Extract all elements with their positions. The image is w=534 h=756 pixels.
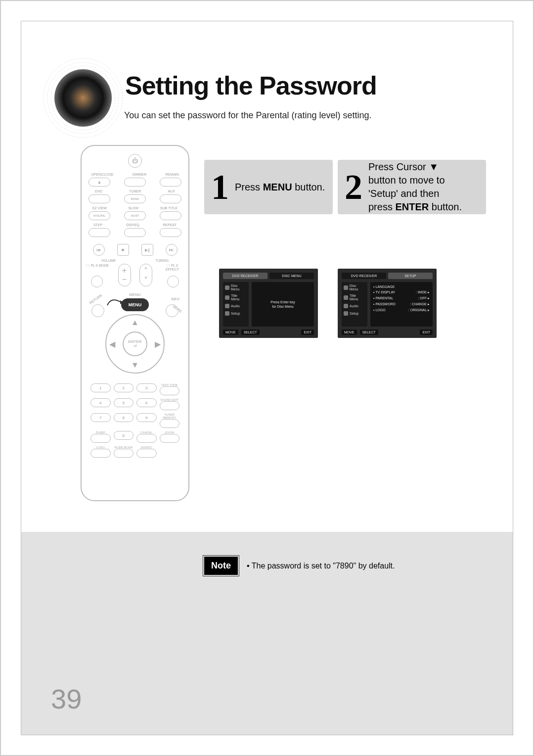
step-2: 2 Press Cursor ▼ button to move to 'Setu… [338, 160, 486, 214]
subtitle-button [160, 211, 181, 220]
label-digest: DIGEST [136, 446, 157, 449]
step-1-text: Press MENU button. [235, 181, 325, 194]
disc-icon [225, 285, 229, 290]
label-aux: AUX [168, 189, 175, 193]
svg-point-0 [54, 69, 112, 127]
osd2-setup-list: • LANGUAGE • TV DISPLAY: WIDE ▸ • PARENT… [370, 282, 433, 327]
step-2-text: Press Cursor ▼ button to move to 'Setup'… [368, 160, 462, 214]
key-8: 8 [114, 413, 134, 422]
label-tuning: TUNING [155, 259, 169, 262]
digest-button [136, 449, 157, 458]
key-7: 7 [90, 413, 111, 422]
repeat-button [160, 228, 181, 237]
osd1-main: Press Enter key for Disc Menu [252, 282, 314, 327]
key-1: 1 [90, 383, 111, 392]
label-slow: SLOW [128, 206, 138, 210]
label-dvd: DVD [95, 189, 102, 193]
step-2-number: 2 [345, 169, 362, 205]
pl2effect-button [167, 276, 179, 287]
label-info: INFO [171, 297, 179, 301]
testtone-button [160, 386, 180, 395]
eject-button: ▲ [89, 178, 110, 187]
enter-button: ENTER ⏎ [123, 331, 147, 356]
prev-button: ⏮ [93, 244, 105, 256]
osd1-sidebar: Disc Menu Title Menu Audio Setup [223, 282, 249, 327]
menu-button: MENU [121, 298, 149, 311]
step-button [89, 228, 110, 237]
label-menu: MENU [129, 292, 141, 297]
label-cancel: CANCEL [136, 431, 157, 434]
title-icon [344, 295, 348, 300]
menu-callout-arrow [106, 295, 125, 314]
osd1-foot-exit: EXIT [301, 330, 314, 335]
label-repeat: REPEAT [163, 223, 177, 227]
label-testtone: TEST TONE [160, 383, 180, 386]
dimmer-button [124, 178, 146, 187]
tunermem-button [160, 419, 180, 428]
power-button: ⏻ [128, 154, 142, 168]
osd2-tab-left: DVD RECEIVER [342, 273, 386, 279]
label-dspeq: DSP/EQ [126, 223, 139, 227]
soundedit-button [160, 401, 180, 410]
osd2-tab-right: SETUP [388, 273, 433, 279]
label-tuner: TUNER [129, 189, 141, 193]
key-2: 2 [114, 383, 134, 392]
disc-icon [344, 285, 348, 290]
speaker-decoration [41, 56, 125, 140]
pl2mode-button [91, 276, 103, 287]
next-button: ⏭ [166, 244, 178, 256]
osd2-foot-exit: EXIT [420, 330, 433, 335]
audio-icon [344, 304, 348, 308]
setup-icon [344, 311, 348, 316]
key-6: 6 [136, 398, 157, 407]
remain-button [160, 178, 181, 187]
note-label: Note [204, 557, 238, 575]
osd2-sidebar: Disc Menu Title Menu Audio Setup [342, 282, 367, 327]
label-openclose: OPEN/CLOSE [91, 173, 114, 176]
label-return: RETURN [89, 293, 103, 304]
label-sleep: SLEEP [90, 431, 111, 434]
page-title: Setting the Password [125, 71, 377, 100]
cancel-button [136, 434, 157, 443]
step-1: 1 Press MENU button. [204, 160, 333, 214]
ntscpal-button: NTSC/PAL [89, 211, 110, 220]
title-icon [225, 295, 229, 300]
label-step: STEP [93, 223, 102, 227]
label-slidemode: SLIDE MODE [114, 446, 134, 449]
osd2-foot-select: SELECT [360, 330, 378, 335]
label-logo: LOGO [90, 446, 111, 449]
note-strip: Note • The password is set to "7890" by … [21, 532, 513, 735]
zoom-button [160, 434, 180, 443]
osd1-tab-right: DISC MENU [269, 273, 314, 279]
label-volume: VOLUME [101, 259, 116, 262]
slidemode-button [114, 449, 134, 458]
key-3: 3 [136, 383, 157, 392]
osd-screenshot-setup: DVD RECEIVER SETUP Disc Menu Title Menu … [338, 269, 437, 338]
dvd-button [89, 194, 110, 203]
play-pause-button: ▶‖ [141, 244, 153, 256]
key-4: 4 [90, 398, 111, 407]
label-tunermem: TUNER MEMORY [160, 413, 180, 419]
label-ezview: EZ VIEW [92, 206, 107, 210]
osd-screenshot-disc-menu: DVD RECEIVER DISC MENU Disc Menu Title M… [219, 269, 318, 338]
most-button: MO/ST [124, 211, 146, 220]
osd1-foot-move: MOVE [223, 330, 238, 335]
key-0: 0 [114, 431, 134, 440]
label-soundedit: SOUND EDIT [160, 398, 180, 401]
logo-button [90, 449, 111, 458]
note-text: • The password is set to "7890" by defau… [247, 562, 395, 570]
remote-illustration: ⏻ OPEN/CLOSE DIMMER REMAIN ▲ DVD TUNER A… [81, 145, 189, 501]
stop-button: ■ [117, 244, 129, 256]
osd1-tab-left: DVD RECEIVER [223, 273, 267, 279]
info-mute-button [166, 304, 178, 317]
number-keypad: 1 2 3 TEST TONE 4 5 6 SOUND EDIT 7 8 9 T… [82, 383, 188, 458]
label-zoom: ZOOM [160, 431, 180, 434]
dspeq-button [124, 228, 146, 237]
sleep-button [90, 434, 111, 443]
page-number: 39 [51, 683, 82, 715]
audio-icon [225, 304, 229, 308]
key-5: 5 [114, 398, 134, 407]
step-1-number: 1 [211, 169, 229, 205]
osd2-foot-move: MOVE [342, 330, 357, 335]
return-button [91, 304, 104, 317]
